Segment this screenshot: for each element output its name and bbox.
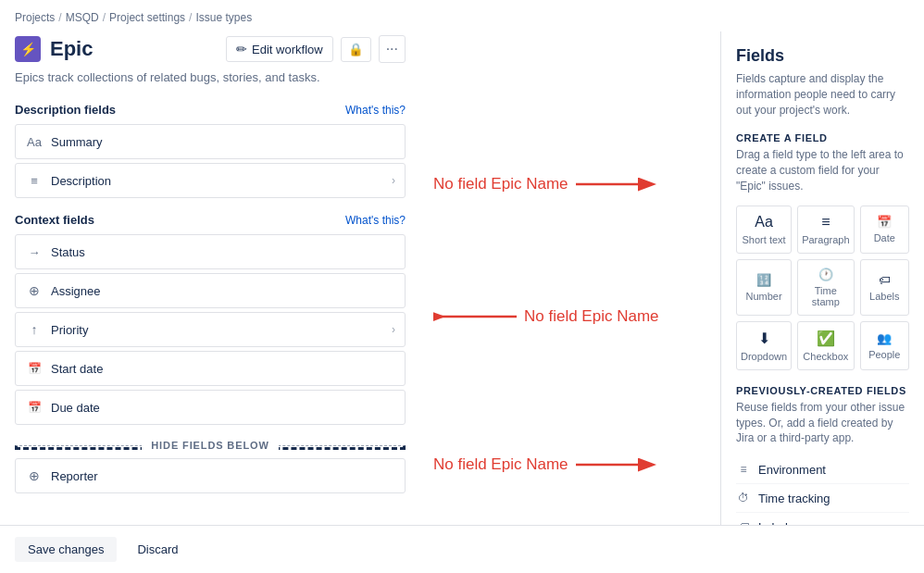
lock-icon: 🔒 bbox=[348, 43, 364, 56]
description-whats-this[interactable]: What's this? bbox=[345, 104, 406, 117]
epic-icon: ⚡ bbox=[15, 36, 41, 62]
discard-button[interactable]: Discard bbox=[124, 537, 191, 562]
annotation-1-text: No field Epic Name bbox=[433, 175, 568, 193]
start-date-label: Start date bbox=[51, 362, 395, 376]
hide-fields-divider: HIDE FIELDS BELOW bbox=[15, 440, 406, 451]
create-field-label: CREATE A FIELD bbox=[736, 132, 909, 143]
short-text-label: Short text bbox=[743, 234, 786, 245]
paragraph-icon: ≡ bbox=[821, 214, 830, 230]
number-label: Number bbox=[746, 291, 782, 302]
field-type-short-text[interactable]: Aa Short text bbox=[736, 206, 792, 254]
status-field-row[interactable]: → Status bbox=[15, 234, 406, 269]
environment-label: Environment bbox=[758, 463, 909, 477]
page-title-area: ⚡ Epic bbox=[15, 36, 93, 62]
hide-fields-label: HIDE FIELDS BELOW bbox=[142, 440, 278, 451]
left-content: ⚡ Epic ✏ Edit workflow 🔒 ··· Epics track… bbox=[0, 31, 424, 525]
short-text-icon: Aa bbox=[755, 214, 773, 230]
time-tracking-label: Time tracking bbox=[758, 492, 909, 505]
annotation-2-arrow bbox=[433, 307, 517, 326]
footer: Save changes Discard bbox=[0, 525, 924, 573]
annotation-3-text: No field Epic Name bbox=[433, 455, 568, 474]
dropdown-label: Dropdown bbox=[741, 351, 787, 362]
page-title: Epic bbox=[50, 37, 93, 61]
breadcrumb-msqd[interactable]: MSQD bbox=[66, 11, 99, 24]
assignee-field-row[interactable]: ⊕ Assignee bbox=[15, 273, 406, 308]
paragraph-label: Paragraph bbox=[802, 234, 849, 245]
create-field-hint: Drag a field type to the left area to cr… bbox=[736, 147, 909, 193]
due-date-field-row[interactable]: 📅 Due date bbox=[15, 390, 406, 425]
start-date-field-row[interactable]: 📅 Start date bbox=[15, 351, 406, 386]
summary-field-row[interactable]: Aa Summary bbox=[15, 124, 406, 159]
prev-field-time-tracking[interactable]: ⏱ Time tracking bbox=[736, 484, 909, 513]
description-chevron-icon: › bbox=[392, 174, 395, 187]
field-type-grid: Aa Short text ≡ Paragraph 📅 Date 🔢 Numbe… bbox=[736, 206, 909, 370]
description-label: Description bbox=[51, 174, 392, 188]
workflow-icon: ✏ bbox=[236, 42, 247, 56]
field-type-people[interactable]: 👥 People bbox=[860, 321, 909, 370]
reporter-field-row[interactable]: ⊕ Reporter bbox=[15, 458, 406, 493]
breadcrumb: Projects / MSQD / Project settings / Iss… bbox=[0, 0, 924, 31]
assignee-icon: ⊕ bbox=[25, 281, 44, 300]
page-header: ⚡ Epic ✏ Edit workflow 🔒 ··· bbox=[15, 31, 406, 63]
right-panel: Fields Fields capture and display the in… bbox=[720, 31, 924, 525]
save-changes-button[interactable]: Save changes bbox=[15, 537, 117, 562]
field-type-labels[interactable]: 🏷 Labels bbox=[860, 259, 909, 316]
prev-created-label: PREVIOUSLY-CREATED FIELDS bbox=[736, 385, 909, 396]
time-tracking-icon: ⏱ bbox=[736, 491, 751, 505]
field-type-dropdown[interactable]: ⬇ Dropdown bbox=[736, 321, 792, 370]
prev-created-hint: Reuse fields from your other issue types… bbox=[736, 400, 909, 446]
due-date-label: Due date bbox=[51, 401, 395, 415]
annotation-2-text: No field Epic Name bbox=[524, 307, 659, 326]
priority-icon: ↑ bbox=[25, 320, 44, 339]
people-label: People bbox=[868, 349, 900, 360]
more-button[interactable]: ··· bbox=[379, 35, 406, 63]
prev-field-labels[interactable]: 🏷 Labels bbox=[736, 513, 909, 525]
prev-field-environment[interactable]: ≡ Environment bbox=[736, 455, 909, 484]
description-field-row[interactable]: ≡ Description › bbox=[15, 163, 406, 198]
people-icon: 👥 bbox=[877, 331, 892, 345]
checkbox-icon: ✅ bbox=[817, 330, 835, 347]
context-fields-header: Context fields What's this? bbox=[15, 213, 406, 227]
start-date-icon: 📅 bbox=[25, 359, 44, 378]
date-icon: 📅 bbox=[877, 215, 892, 229]
status-label: Status bbox=[51, 245, 395, 259]
breadcrumb-issue-types: Issue types bbox=[195, 11, 252, 24]
timestamp-label: Time stamp bbox=[802, 285, 849, 307]
priority-chevron-icon: › bbox=[392, 323, 395, 336]
breadcrumb-projects[interactable]: Projects bbox=[15, 11, 55, 24]
right-panel-description: Fields capture and display the informati… bbox=[736, 71, 909, 118]
annotation-3: No field Epic Name bbox=[433, 455, 659, 474]
page-subtitle: Epics track collections of related bugs,… bbox=[15, 70, 406, 84]
reporter-label: Reporter bbox=[51, 469, 395, 483]
timestamp-icon: 🕐 bbox=[818, 268, 833, 281]
summary-label: Summary bbox=[51, 135, 395, 149]
annotation-3-arrow bbox=[576, 455, 659, 474]
field-type-checkbox[interactable]: ✅ Checkbox bbox=[797, 321, 854, 370]
annotation-area: No field Epic Name No fiel bbox=[424, 31, 720, 525]
environment-icon: ≡ bbox=[736, 462, 751, 477]
labels-label: Labels bbox=[869, 291, 899, 302]
breadcrumb-project-settings[interactable]: Project settings bbox=[109, 11, 185, 24]
context-section-title: Context fields bbox=[15, 213, 94, 227]
annotation-1-arrow bbox=[576, 175, 659, 193]
field-type-number[interactable]: 🔢 Number bbox=[736, 259, 792, 316]
right-panel-title: Fields bbox=[736, 46, 909, 66]
field-type-date[interactable]: 📅 Date bbox=[860, 206, 909, 254]
number-icon: 🔢 bbox=[756, 273, 771, 287]
field-type-timestamp[interactable]: 🕐 Time stamp bbox=[797, 259, 854, 316]
edit-workflow-button[interactable]: ✏ Edit workflow bbox=[226, 36, 333, 62]
date-label: Date bbox=[874, 232, 895, 243]
dropdown-icon: ⬇ bbox=[758, 330, 770, 347]
context-whats-this[interactable]: What's this? bbox=[345, 214, 406, 227]
description-icon: ≡ bbox=[25, 171, 44, 190]
description-section-title: Description fields bbox=[15, 103, 116, 117]
field-type-paragraph[interactable]: ≡ Paragraph bbox=[797, 206, 854, 254]
annotation-2: No field Epic Name bbox=[433, 307, 659, 326]
status-icon: → bbox=[25, 243, 44, 261]
header-actions: ✏ Edit workflow 🔒 ··· bbox=[226, 35, 406, 63]
lock-button[interactable]: 🔒 bbox=[341, 37, 371, 62]
priority-field-row[interactable]: ↑ Priority › bbox=[15, 312, 406, 347]
checkbox-label: Checkbox bbox=[803, 351, 848, 362]
more-icon: ··· bbox=[386, 41, 398, 56]
labels-icon: 🏷 bbox=[879, 273, 891, 287]
